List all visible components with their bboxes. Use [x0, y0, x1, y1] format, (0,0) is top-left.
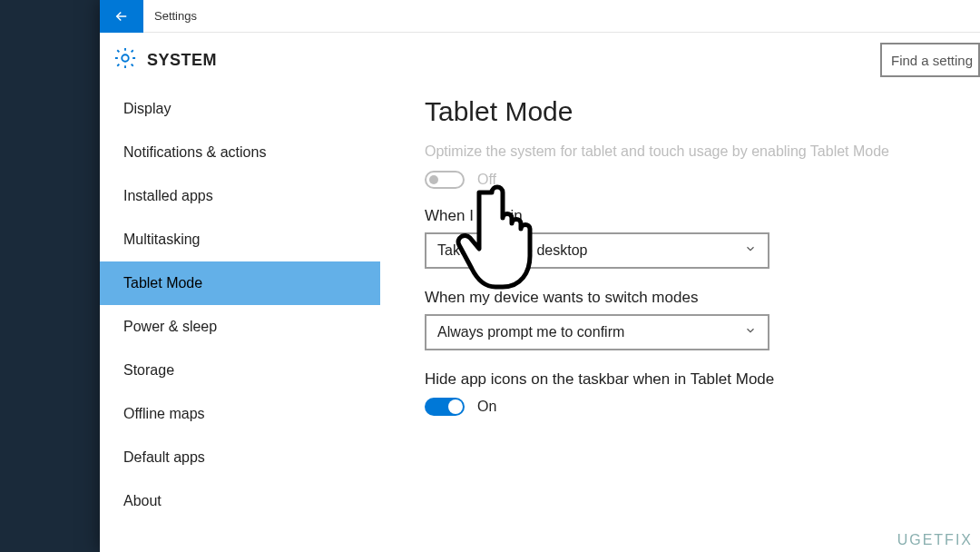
chevron-down-icon	[744, 242, 757, 259]
hide-icons-toggle-state: On	[477, 399, 496, 415]
switch-modes-dropdown[interactable]: Always prompt me to confirm	[425, 314, 769, 350]
sidebar-item-label: Display	[123, 101, 171, 117]
content-pane: Tablet Mode Optimize the system for tabl…	[381, 87, 980, 552]
optimize-toggle-state: Off	[477, 172, 496, 188]
hide-icons-toggle[interactable]	[425, 398, 465, 416]
sidebar: Display Notifications & actions Installe…	[100, 87, 381, 552]
sidebar-item-installed-apps[interactable]: Installed apps	[100, 174, 380, 218]
sidebar-item-display[interactable]: Display	[100, 87, 380, 131]
window-title: Settings	[154, 9, 197, 23]
sidebar-item-label: Default apps	[123, 449, 205, 466]
switch-modes-label: When my device wants to switch modes	[425, 289, 955, 307]
sidebar-item-label: Multitasking	[123, 232, 200, 248]
chevron-down-icon	[744, 324, 757, 340]
sidebar-item-label: Offline maps	[123, 406, 205, 422]
signin-label: When I sign in	[425, 207, 955, 225]
watermark: UGETFIX	[897, 532, 973, 548]
body: Display Notifications & actions Installe…	[100, 87, 980, 552]
sidebar-item-notifications[interactable]: Notifications & actions	[100, 131, 380, 174]
settings-window: Settings SYSTEM Find a setting Display N…	[100, 0, 980, 552]
optimize-toggle-row: Off	[425, 171, 955, 189]
sidebar-item-storage[interactable]: Storage	[100, 349, 380, 392]
sidebar-item-about[interactable]: About	[100, 479, 380, 523]
svg-point-0	[122, 54, 128, 61]
search-input[interactable]: Find a setting	[880, 43, 980, 77]
sidebar-item-power-sleep[interactable]: Power & sleep	[100, 305, 380, 349]
header-row: SYSTEM Find a setting	[100, 33, 980, 87]
sidebar-item-label: Notifications & actions	[123, 144, 266, 161]
signin-dropdown-value: Take me to the desktop	[437, 242, 587, 259]
back-button[interactable]	[100, 0, 143, 33]
sidebar-item-label: Installed apps	[123, 188, 213, 204]
sidebar-item-label: Tablet Mode	[123, 275, 202, 291]
system-label: SYSTEM	[147, 51, 217, 70]
sidebar-item-multitasking[interactable]: Multitasking	[100, 218, 380, 261]
page-title: Tablet Mode	[425, 96, 955, 127]
sidebar-item-label: Storage	[123, 362, 174, 379]
sidebar-item-tablet-mode[interactable]: Tablet Mode	[100, 261, 380, 305]
title-bar: Settings	[100, 0, 980, 33]
sidebar-item-offline-maps[interactable]: Offline maps	[100, 392, 380, 436]
switch-modes-dropdown-value: Always prompt me to confirm	[437, 324, 624, 340]
signin-dropdown[interactable]: Take me to the desktop	[425, 232, 769, 269]
sidebar-item-default-apps[interactable]: Default apps	[100, 436, 380, 479]
system-heading: SYSTEM	[113, 45, 217, 74]
gear-icon	[113, 45, 138, 74]
sidebar-item-label: About	[123, 493, 162, 509]
optimize-toggle[interactable]	[425, 171, 465, 189]
search-placeholder: Find a setting	[891, 53, 973, 68]
sidebar-item-label: Power & sleep	[123, 319, 217, 335]
hide-icons-toggle-row: On	[425, 398, 955, 416]
hide-icons-label: Hide app icons on the taskbar when in Ta…	[425, 370, 955, 389]
arrow-left-icon	[113, 8, 130, 25]
optimize-description: Optimize the system for tablet and touch…	[425, 142, 897, 162]
